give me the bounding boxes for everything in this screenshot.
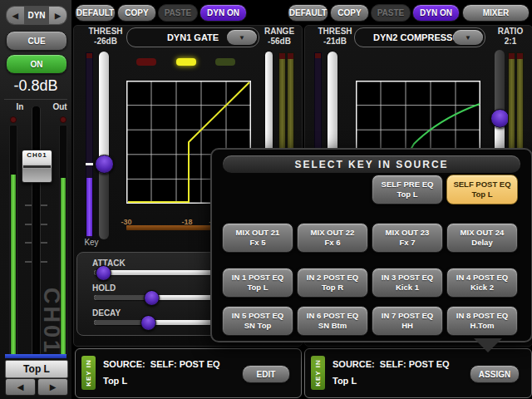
keyin-source-mix-out-24[interactable]: MIX OUT 24Delay (446, 223, 518, 253)
keyin-edit-button[interactable]: EDIT (242, 365, 290, 383)
dyn1-thresh-slider-track-lower[interactable] (99, 163, 109, 239)
dropdown-arrow-icon[interactable]: ▼ (453, 30, 483, 45)
popup-row-mixout: MIX OUT 21Fx 5MIX OUT 22Fx 6MIX OUT 23Fx… (212, 223, 531, 251)
gate-hold-led (176, 58, 196, 66)
keyin-source-in-5-post-eq[interactable]: IN 5 POST EQSN Top (222, 306, 293, 336)
fader-cap-label: CH01 (22, 151, 52, 159)
dropdown-arrow-icon[interactable]: ▼ (227, 30, 257, 45)
keyin-source-mix-out-23[interactable]: MIX OUT 23Fx 7 (372, 223, 443, 253)
dyn2-keyin-tab: KEY IN (311, 356, 325, 390)
dyn1-thresh-knob[interactable] (95, 155, 114, 174)
dyn2-default-button[interactable]: DEFAULT (288, 4, 328, 22)
channel-fader-handle[interactable]: CH01 (22, 150, 52, 183)
dyn1-thresh-slider-track[interactable] (99, 52, 109, 165)
channel-watermark: CH01 (38, 288, 64, 355)
popup-title: SELECT KEY IN SOURCE (223, 155, 520, 173)
keyin-assign-button[interactable]: ASSIGN (470, 365, 520, 383)
dyn1-on-button[interactable]: DYN ON (200, 4, 247, 22)
keyin-source-mix-out-21[interactable]: MIX OUT 21Fx 5 (222, 223, 293, 253)
dyn1-keyin-source: SOURCE: SELF: POST EQ (103, 359, 220, 369)
keyin-source-in-2-post-eq[interactable]: IN 2 POST EQTop R (297, 268, 368, 298)
in-level-meter (9, 125, 17, 356)
dyn2-keyin-source-name: Top L (332, 376, 357, 386)
keyin-source-in-6-post-eq[interactable]: IN 6 POST EQSN Btm (297, 306, 368, 336)
decay-knob[interactable] (140, 315, 156, 331)
fader-level-readout: -0.8dB (0, 77, 71, 95)
dyn2-type-dropdown[interactable]: DYN2 COMPRESSOR ▼ (354, 27, 485, 47)
out-meter-label: Out (48, 102, 71, 111)
dyn1-keyin-tab: KEY IN (81, 356, 96, 390)
select-keyin-source-popup: SELECT KEY IN SOURCE SELF PRE EQTop LSEL… (210, 148, 532, 342)
next-block-arrow-icon[interactable]: ▶ (49, 7, 66, 24)
dyn1-default-button[interactable]: DEFAULT (75, 4, 116, 22)
dyn1-keyin-bar: KEY IN SOURCE: SELF: POST EQ Top L EDIT (75, 348, 302, 398)
dyn1-key-label: Key (79, 238, 104, 247)
hold-knob[interactable] (144, 290, 160, 306)
decay-label: DECAY (92, 308, 121, 318)
in-meter-label: In (8, 102, 32, 111)
dyn1-copy-button[interactable]: COPY (117, 4, 156, 22)
popup-row-in1-4: IN 1 POST EQTop LIN 2 POST EQTop RIN 3 P… (212, 268, 531, 296)
channel-color-bar (5, 354, 66, 358)
mixer-button[interactable]: MIXER (462, 4, 530, 22)
keyin-source-in-7-post-eq[interactable]: IN 7 POST EQHH (372, 306, 443, 336)
dyn2-copy-button[interactable]: COPY (330, 4, 369, 22)
popup-row-self: SELF PRE EQTop LSELF POST EQTop L (212, 175, 531, 203)
dyn2-ratio-knob[interactable] (490, 109, 510, 128)
keyin-source-in-3-post-eq[interactable]: IN 3 POST EQKick 1 (372, 268, 443, 298)
processing-block-selector[interactable]: ◀ DYN ▶ (6, 6, 67, 25)
dyn1-thresh-readout: THRESH-26dB (85, 27, 126, 47)
strip-divider (4, 99, 67, 100)
out-clip-led (60, 116, 66, 123)
gate-open-led (215, 58, 235, 66)
dyn2-keyin-bar: KEY IN SOURCE: SELF: POST EQ Top L ASSIG… (304, 348, 532, 398)
dyn1-keyin-source-name: Top L (103, 376, 127, 386)
next-channel-button[interactable]: ▶ (37, 378, 68, 396)
popup-row-in5-8: IN 5 POST EQSN TopIN 6 POST EQSN BtmIN 7… (212, 306, 531, 334)
keyin-source-in-1-post-eq[interactable]: IN 1 POST EQTop L (222, 268, 293, 298)
keyin-source-in-8-post-eq[interactable]: IN 8 POST EQH.Tom (446, 306, 518, 336)
keyin-source-in-4-post-eq[interactable]: IN 4 POST EQKick 2 (446, 268, 518, 298)
attack-label: ATTACK (92, 259, 126, 268)
dyn2-on-button[interactable]: DYN ON (412, 4, 460, 22)
dyn2-keyin-source: SOURCE: SELF: POST EQ (332, 359, 450, 369)
prev-block-arrow-icon[interactable]: ◀ (7, 7, 24, 24)
channel-strip: ◀ DYN ▶ CUE ON -0.8dB In Out CH01 CH01 T… (0, 0, 73, 399)
hold-label: HOLD (92, 283, 116, 293)
dyn2-paste-button[interactable]: PASTE (371, 4, 411, 22)
popup-pointer (474, 338, 502, 352)
channel-name-label: Top L (5, 360, 68, 378)
dynamics-screen: ◀ DYN ▶ CUE ON -0.8dB In Out CH01 CH01 T… (0, 0, 532, 399)
dyn1-paste-button[interactable]: PASTE (158, 4, 198, 22)
keyin-source-self-post-eq[interactable]: SELF POST EQTop L (446, 175, 518, 204)
prev-channel-button[interactable]: ◀ (5, 378, 36, 396)
channel-on-button[interactable]: ON (6, 54, 67, 74)
block-name-label: DYN (24, 7, 49, 24)
attack-knob[interactable] (96, 265, 111, 281)
dyn1-range-readout: RANGE-56dB (259, 27, 299, 47)
gate-closed-led (136, 58, 156, 66)
keyin-source-mix-out-22[interactable]: MIX OUT 22Fx 6 (297, 223, 368, 253)
cue-button[interactable]: CUE (6, 31, 67, 51)
dyn2-thresh-readout: THRESH-21dB (314, 27, 356, 47)
dyn1-keyin-meter (86, 52, 93, 239)
dyn2-ratio-readout: RATIO2:1 (490, 27, 530, 47)
in-clip-led (10, 116, 17, 123)
dyn1-type-dropdown[interactable]: DYN1 GATE ▼ (126, 27, 259, 47)
keyin-source-self-pre-eq[interactable]: SELF PRE EQTop L (372, 175, 443, 204)
